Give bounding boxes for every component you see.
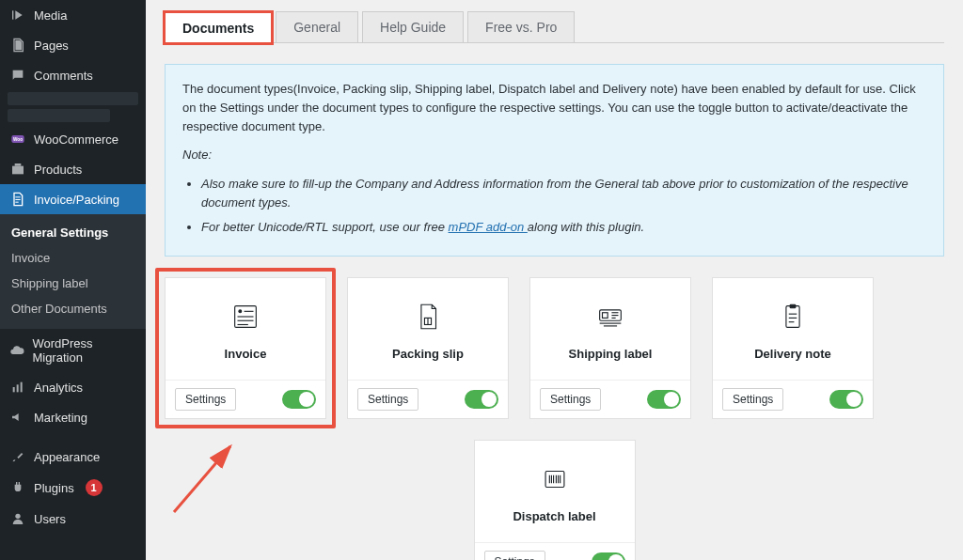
svg-point-13 <box>239 310 242 313</box>
admin-sidebar: Media Pages Comments Woo WooCommerce Pro… <box>0 0 146 560</box>
svg-text:Woo: Woo <box>13 137 23 142</box>
sidebar-sub-invoice[interactable]: Invoice <box>0 245 146 271</box>
users-icon <box>9 511 26 526</box>
tab-help-guide[interactable]: Help Guide <box>362 11 464 42</box>
sidebar-item-label: Plugins <box>34 481 74 495</box>
invoice-card-highlight: Invoice Settings <box>155 268 336 428</box>
card-shipping-label: Shipping label Settings <box>529 277 691 419</box>
cloud-icon <box>9 343 24 358</box>
card-title: Delivery note <box>754 347 831 361</box>
invoice-settings-button[interactable]: Settings <box>175 388 236 411</box>
notice-main-text: The document types(Invoice, Packing slip… <box>182 80 926 136</box>
notice-note-label: Note: <box>182 146 926 164</box>
packing-slip-icon <box>412 301 444 335</box>
invoice-icon <box>229 301 261 335</box>
card-title: Dispatch label <box>513 509 595 523</box>
media-icon <box>9 8 26 23</box>
document-icon <box>9 192 26 207</box>
svg-rect-21 <box>603 313 608 319</box>
brush-icon <box>9 449 26 464</box>
dispatch-label-toggle[interactable] <box>592 552 625 560</box>
sidebar-item-label: Pages <box>34 39 69 53</box>
sidebar-item-label: Comments <box>34 69 93 83</box>
sidebar-item-products[interactable]: Products <box>0 154 146 184</box>
pages-icon <box>9 38 26 53</box>
dispatch-label-icon <box>539 463 571 498</box>
sidebar-item-marketing[interactable]: Marketing <box>0 402 146 432</box>
svg-rect-10 <box>21 382 23 393</box>
sidebar-item-label: Invoice/Packing <box>34 193 119 207</box>
sidebar-item-appearance[interactable]: Appearance <box>0 442 146 472</box>
sidebar-item-label: Products <box>34 163 82 177</box>
sidebar-item-media[interactable]: Media <box>0 0 146 30</box>
sidebar-item-pages[interactable]: Pages <box>0 30 146 60</box>
sidebar-item-label: Marketing <box>34 411 87 425</box>
invoice-toggle[interactable] <box>282 390 316 409</box>
sidebar-item-comments[interactable]: Comments <box>0 60 146 90</box>
tab-bar: Documents General Help Guide Free vs. Pr… <box>165 11 944 43</box>
info-notice: The document types(Invoice, Packing slip… <box>165 64 944 257</box>
packing-slip-settings-button[interactable]: Settings <box>357 388 418 411</box>
delivery-note-toggle[interactable] <box>829 390 863 409</box>
card-title: Invoice <box>225 347 267 361</box>
sidebar-item-plugins[interactable]: Plugins 1 <box>0 472 146 504</box>
sidebar-item-label: Media <box>34 8 67 23</box>
svg-rect-7 <box>15 202 18 203</box>
svg-rect-9 <box>17 384 19 392</box>
sidebar-item-label: WooCommerce <box>34 132 118 147</box>
card-packing-slip: Packing slip Settings <box>347 277 509 419</box>
sidebar-item-label: Users <box>34 512 66 526</box>
card-title: Shipping label <box>569 347 653 361</box>
svg-rect-8 <box>13 387 15 392</box>
sidebar-item-label: Analytics <box>34 381 83 395</box>
svg-rect-6 <box>15 199 20 200</box>
card-delivery-note: Delivery note Settings <box>712 277 874 419</box>
svg-rect-5 <box>15 196 20 197</box>
sidebar-item-invoice-packing[interactable]: Invoice/Packing <box>0 184 146 214</box>
tab-documents[interactable]: Documents <box>165 12 272 43</box>
svg-rect-3 <box>12 166 24 175</box>
svg-point-11 <box>15 514 20 519</box>
notice-bullet-2: For better Unicode/RTL support, use our … <box>201 218 926 237</box>
svg-rect-32 <box>545 471 564 487</box>
sidebar-hidden-item <box>8 109 110 122</box>
sidebar-item-analytics[interactable]: Analytics <box>0 372 146 402</box>
card-invoice: Invoice Settings <box>165 277 326 419</box>
delivery-note-icon <box>777 301 809 335</box>
svg-rect-27 <box>786 306 799 328</box>
sidebar-item-label: Appearance <box>34 450 100 464</box>
plug-icon <box>9 480 26 495</box>
dispatch-label-settings-button[interactable]: Settings <box>484 551 545 560</box>
shipping-label-toggle[interactable] <box>647 390 681 409</box>
comments-icon <box>9 68 26 83</box>
plugins-update-badge: 1 <box>86 479 103 496</box>
megaphone-icon <box>9 410 26 425</box>
sidebar-hidden-item <box>8 92 138 105</box>
sidebar-sub-other-documents[interactable]: Other Documents <box>0 296 146 321</box>
products-icon <box>9 162 26 177</box>
woocommerce-icon: Woo <box>9 132 26 147</box>
shipping-label-icon <box>594 301 626 335</box>
main-content: Documents General Help Guide Free vs. Pr… <box>146 0 963 560</box>
tab-general[interactable]: General <box>276 11 358 42</box>
card-title: Packing slip <box>392 347 464 361</box>
shipping-label-settings-button[interactable]: Settings <box>540 388 601 411</box>
sidebar-submenu: General Settings Invoice Shipping label … <box>0 214 146 329</box>
mpdf-addon-link[interactable]: mPDF add-on <box>449 220 528 234</box>
card-dispatch-label: Dispatch label Settings <box>474 440 636 560</box>
sidebar-item-users[interactable]: Users <box>0 504 146 534</box>
sidebar-sub-general-settings[interactable]: General Settings <box>0 220 146 245</box>
packing-slip-toggle[interactable] <box>465 390 498 409</box>
analytics-icon <box>9 380 26 395</box>
sidebar-item-label: WordPress Migration <box>32 336 136 365</box>
svg-rect-0 <box>12 10 13 19</box>
svg-rect-28 <box>790 304 796 308</box>
sidebar-sub-shipping-label[interactable]: Shipping label <box>0 271 146 296</box>
sidebar-item-woocommerce[interactable]: Woo WooCommerce <box>0 124 146 154</box>
delivery-note-settings-button[interactable]: Settings <box>722 388 783 411</box>
sidebar-item-wordpress-migration[interactable]: WordPress Migration <box>0 329 146 372</box>
tab-free-vs-pro[interactable]: Free vs. Pro <box>467 11 575 42</box>
notice-bullet-1: Also make sure to fill-up the Company an… <box>201 175 926 212</box>
svg-rect-4 <box>15 163 22 166</box>
